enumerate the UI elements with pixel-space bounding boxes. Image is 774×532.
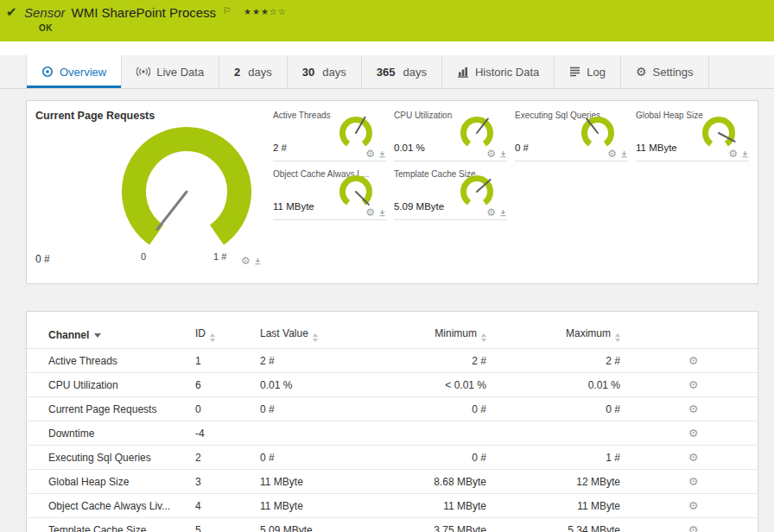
gauge-download-icon[interactable]	[499, 150, 507, 158]
gauge-download-icon[interactable]	[254, 257, 262, 265]
gauge-download-icon[interactable]	[499, 209, 507, 217]
priority-stars[interactable]: ★★★☆☆	[244, 7, 287, 16]
channel-settings-icon[interactable]: ⚙	[688, 451, 699, 464]
gauge-actions: ⚙	[486, 149, 507, 159]
gauge-scale-max-label: 1 #	[213, 251, 226, 262]
gauge-actions: ⚙	[728, 149, 749, 159]
gauge-settings-icon[interactable]: ⚙	[486, 149, 496, 159]
channel-actions-cell: ⚙	[627, 421, 759, 446]
tab-label: Settings	[653, 66, 694, 79]
table-row: Current Page Requests00 #0 #0 #⚙	[27, 397, 759, 421]
gauge-panel: Current Page Requests 0 # 0 1 # ⚙ Active…	[26, 100, 758, 284]
channel-name[interactable]: Executing Sql Queries	[27, 446, 195, 470]
tab-log[interactable]: Log	[555, 55, 621, 88]
channel-name[interactable]: Current Page Requests	[27, 397, 195, 421]
gauge-actions: ⚙	[365, 149, 386, 159]
channel-last-value	[260, 421, 403, 446]
channel-id: 0	[195, 397, 260, 421]
channel-maximum: 0 #	[493, 397, 627, 421]
channel-settings-icon[interactable]: ⚙	[688, 427, 699, 440]
channel-maximum: 0.01 %	[493, 373, 627, 397]
channel-settings-icon[interactable]: ⚙	[688, 499, 699, 512]
tab-overview[interactable]: Overview	[26, 55, 122, 88]
channel-settings-icon[interactable]: ⚙	[688, 475, 699, 488]
sort-desc-icon	[94, 333, 101, 338]
small-gauge-cell-executing-sql-queries[interactable]: Executing Sql Queries0 #⚙	[515, 108, 628, 162]
channel-settings-icon[interactable]: ⚙	[688, 378, 699, 391]
tab-label: Historic Data	[475, 66, 539, 79]
channel-last-value: 0 #	[260, 446, 403, 470]
tab-number: 365	[377, 66, 396, 79]
column-header-channel[interactable]: Channel	[27, 320, 195, 349]
small-gauge-cell-template-cache-size[interactable]: Template Cache Size5.09 MByte⚙	[394, 167, 507, 220]
tab-settings[interactable]: ⚙ Settings	[621, 55, 709, 88]
channel-minimum	[403, 421, 493, 446]
gauge-settings-icon[interactable]: ⚙	[365, 207, 375, 218]
channel-settings-icon[interactable]: ⚙	[688, 402, 699, 415]
table-row: Global Heap Size311 MByte8.68 MByte12 MB…	[27, 470, 759, 494]
channel-actions-cell: ⚙	[627, 494, 759, 518]
small-gauge-cell-cpu-utilization[interactable]: CPU Utilization0.01 %⚙	[394, 108, 507, 162]
channel-table-panel: Channel ID Last Value Minimum Maximum	[26, 311, 758, 532]
gauge-actions: ⚙	[365, 207, 386, 218]
channel-id: 4	[195, 494, 260, 518]
column-header-last-value[interactable]: Last Value	[260, 320, 403, 349]
channel-name[interactable]: Template Cache Size	[27, 518, 195, 532]
channel-last-value: 11 MByte	[260, 494, 403, 518]
channel-maximum: 12 MByte	[493, 470, 627, 494]
tab-live-data[interactable]: Live Data	[122, 55, 219, 88]
channel-minimum: 0 #	[403, 397, 493, 421]
channel-settings-icon[interactable]: ⚙	[688, 523, 699, 532]
gauge-settings-icon[interactable]: ⚙	[728, 149, 738, 159]
tab-2-days[interactable]: 2 days	[219, 55, 288, 88]
gauge-scale-min-label: 0	[141, 251, 146, 262]
gauge-download-icon[interactable]	[620, 150, 628, 158]
primary-gauge-actions: ⚙	[241, 256, 262, 266]
channel-minimum: 8.68 MByte	[403, 470, 493, 494]
small-gauge-grid: Active Threads2 #⚙CPU Utilization0.01 %⚙…	[273, 108, 749, 220]
small-gauge-cell-object-cache-always-l[interactable]: Object Cache Always L...11 MByte⚙	[273, 167, 386, 220]
gauge-settings-icon[interactable]: ⚙	[365, 149, 375, 159]
gauge-download-icon[interactable]	[741, 150, 749, 158]
channel-actions-cell: ⚙	[627, 470, 759, 494]
column-header-minimum[interactable]: Minimum	[403, 320, 493, 349]
gauge-settings-icon[interactable]: ⚙	[607, 149, 617, 159]
overview-icon	[41, 66, 54, 78]
channel-last-value: 5.09 MByte	[260, 518, 403, 532]
gauge-actions: ⚙	[486, 207, 507, 218]
table-row: Downtime-4⚙	[27, 421, 759, 446]
tab-label: days	[403, 66, 426, 79]
table-row: Executing Sql Queries20 #0 #1 #⚙	[27, 446, 759, 470]
channel-name[interactable]: Object Cache Always Liv...	[27, 494, 195, 518]
sort-toggle-icon	[481, 333, 486, 342]
small-gauge-cell-global-heap-size[interactable]: Global Heap Size11 MByte⚙	[636, 108, 749, 162]
gauge-value: 5.09 MByte	[394, 201, 444, 212]
channel-name[interactable]: CPU Utilization	[27, 373, 195, 397]
gauge-download-icon[interactable]	[378, 150, 386, 158]
channel-name[interactable]: Downtime	[27, 421, 195, 446]
channel-minimum: 0 #	[403, 446, 493, 470]
channel-id: 2	[195, 446, 260, 470]
channel-maximum: 1 #	[493, 446, 627, 470]
gauge-download-icon[interactable]	[378, 209, 386, 217]
priority-flag-icon[interactable]: ⚐	[223, 5, 232, 16]
gauge-value: 0 #	[515, 142, 529, 153]
channel-settings-icon[interactable]: ⚙	[688, 354, 699, 367]
channel-name[interactable]: Global Heap Size	[27, 470, 195, 494]
log-icon	[569, 66, 580, 77]
tab-historic-data[interactable]: Historic Data	[442, 55, 555, 88]
column-label: ID	[195, 327, 206, 339]
gauge-settings-icon[interactable]: ⚙	[486, 207, 496, 218]
sort-toggle-icon	[313, 333, 318, 342]
column-header-id[interactable]: ID	[195, 320, 260, 349]
channel-minimum: 11 MByte	[403, 494, 493, 518]
column-label: Minimum	[435, 327, 477, 339]
small-gauge-cell-active-threads[interactable]: Active Threads2 #⚙	[273, 108, 386, 162]
tab-365-days[interactable]: 365 days	[362, 55, 442, 88]
table-row: Object Cache Always Liv...411 MByte11 MB…	[27, 494, 759, 518]
channel-name[interactable]: Active Threads	[27, 349, 195, 373]
tab-30-days[interactable]: 30 days	[288, 55, 362, 88]
column-header-maximum[interactable]: Maximum	[493, 320, 627, 349]
gauge-settings-icon[interactable]: ⚙	[241, 256, 251, 266]
tab-label: days	[248, 66, 271, 79]
